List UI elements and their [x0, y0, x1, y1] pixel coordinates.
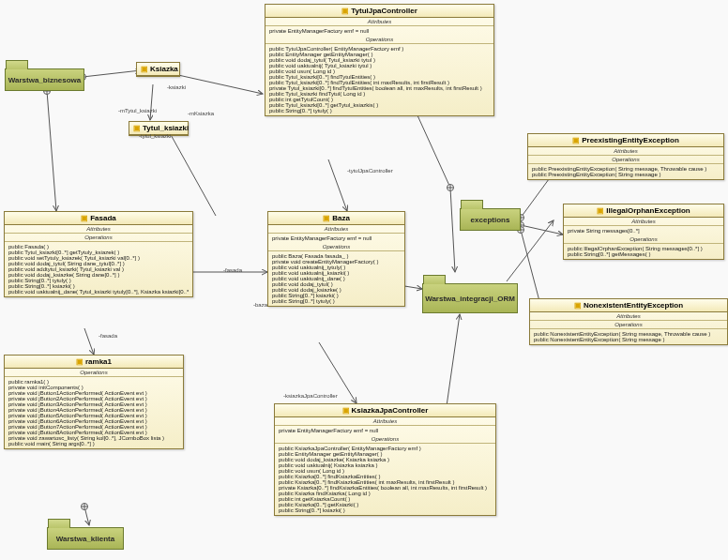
class-title-text: TytulJpaController	[351, 7, 417, 15]
edge-label: -tytulJpaController	[347, 168, 393, 174]
section-operations: Operations	[268, 243, 404, 251]
edge-label: -fasada	[99, 333, 117, 339]
section-operations: Operations	[275, 435, 495, 444]
edge-label: -baza	[253, 302, 267, 308]
section-attributes: Attributes	[275, 417, 495, 426]
class-title-text: IllegalOrphanException	[606, 206, 690, 215]
package-label: Warstwa_biznesowa	[6, 69, 83, 90]
package-exceptions: exceptions	[460, 208, 521, 231]
section-attributes: Attributes	[528, 147, 723, 156]
class-icon: ▣	[323, 214, 330, 222]
class-title-text: ramka1	[85, 357, 112, 366]
svg-line-16	[446, 314, 460, 413]
class-fasada: ▣Fasada Attributes Operations public Fas…	[4, 211, 193, 297]
package-label: exceptions	[461, 209, 520, 230]
class-icon: ▣	[341, 7, 349, 15]
attribute-row: private EntityManagerFactory emf = null	[269, 28, 490, 34]
attribute-row: private EntityManagerFactory emf = null	[279, 428, 492, 433]
svg-line-6	[169, 131, 216, 216]
package-warstwa-klienta: Warstwa_klienta	[47, 527, 124, 550]
class-nonexistententityexception: ▣NonexistentEntityException Attributes O…	[529, 298, 728, 345]
svg-line-5	[178, 75, 263, 94]
operation-row: public void uaktualnij_dane( Tytul_ksiaz…	[8, 289, 189, 295]
edge-label: -mTytul_ksiazki	[118, 108, 157, 114]
section-operations: Operations	[530, 321, 727, 329]
operation-row: public NonexistentEntityException( Strin…	[534, 337, 723, 342]
section-attributes: Attributes	[564, 218, 723, 226]
svg-line-4	[150, 84, 153, 120]
class-ksiazka: ▣Ksiazka	[136, 62, 180, 77]
class-icon: ▣	[597, 206, 604, 215]
edge-label: -fasada	[223, 267, 242, 273]
class-preexistingentityexception: ▣PreexistingEntityException Attributes O…	[527, 133, 724, 180]
class-title-text: NonexistentEntityException	[584, 301, 683, 310]
svg-line-3	[83, 70, 141, 77]
class-illegalorphanexception: ▣IllegalOrphanException Attributes priva…	[563, 204, 724, 260]
svg-line-14	[450, 188, 455, 272]
class-icon: ▣	[76, 357, 83, 366]
class-icon: ▣	[342, 406, 350, 415]
operation-row: public String[0..*] tytuly( )	[269, 108, 490, 114]
section-attributes: Attributes	[530, 312, 727, 321]
class-tytuljpacontroller: ▣TytulJpaController Attributes private E…	[265, 4, 494, 116]
section-attributes: Attributes	[5, 225, 192, 234]
class-title-text: PreexistingEntityException	[582, 136, 679, 144]
class-icon: ▣	[81, 214, 88, 222]
section-attributes: Attributes	[268, 225, 404, 234]
section-operations: Operations	[265, 36, 493, 44]
svg-line-9	[84, 328, 94, 355]
class-title-text: KsiazkaJpaController	[352, 406, 429, 415]
section-operations: Operations	[528, 156, 723, 164]
section-operations: Operations	[5, 234, 192, 242]
class-title-text: Baza	[332, 214, 350, 222]
svg-line-7	[47, 91, 56, 211]
class-icon: ▣	[141, 65, 148, 73]
edge-label: -mKsiazka	[188, 111, 214, 116]
section-operations: Operations	[564, 235, 723, 244]
package-warstwa-integracji-orm: Warstwa_integracji_ORM	[422, 283, 518, 313]
edge-label: -ksiazkaJpaController	[283, 393, 338, 399]
class-icon: ▣	[572, 136, 580, 144]
package-label: Warstwa_klienta	[48, 528, 123, 549]
operation-row: public String[0..*] tytuly( )	[272, 298, 401, 304]
package-label: Warstwa_integracji_ORM	[423, 284, 517, 312]
operation-row: public PreexistingEntityException( Strin…	[532, 172, 720, 177]
class-title-text: Tytul_ksiazki	[143, 124, 189, 132]
operation-row: public void main( String args[0..*] )	[8, 441, 179, 446]
class-baza: ▣Baza Attributes private EntityManagerFa…	[267, 211, 405, 307]
section-operations: Operations	[5, 369, 183, 377]
class-ramka1: ▣ramka1 Operations public ramka1( )priva…	[4, 355, 184, 449]
class-title-text: Fasada	[90, 214, 116, 222]
svg-line-19	[521, 225, 563, 235]
operation-row: public String[0..*] getMessages( )	[568, 251, 720, 257]
attribute-row: private String messages[0..*]	[568, 228, 720, 234]
operation-row: public String[0..*] ksiazki( )	[279, 507, 492, 513]
section-attributes: Attributes	[265, 18, 493, 26]
edge-label: -ksiazki	[167, 84, 186, 90]
class-icon: ▣	[574, 301, 582, 310]
edge-label: -tytul_ksiazki	[139, 133, 171, 139]
svg-line-11	[328, 159, 347, 211]
class-title-text: Ksiazka	[150, 65, 178, 73]
svg-line-10	[84, 507, 89, 525]
package-warstwa-biznesowa: Warstwa_biznesowa	[5, 68, 84, 91]
attribute-row: private EntityManagerFactory emf = null	[272, 235, 401, 241]
class-icon: ▣	[133, 124, 141, 132]
class-ksiazkajpacontroller: ▣KsiazkaJpaController Attributes private…	[274, 403, 496, 516]
